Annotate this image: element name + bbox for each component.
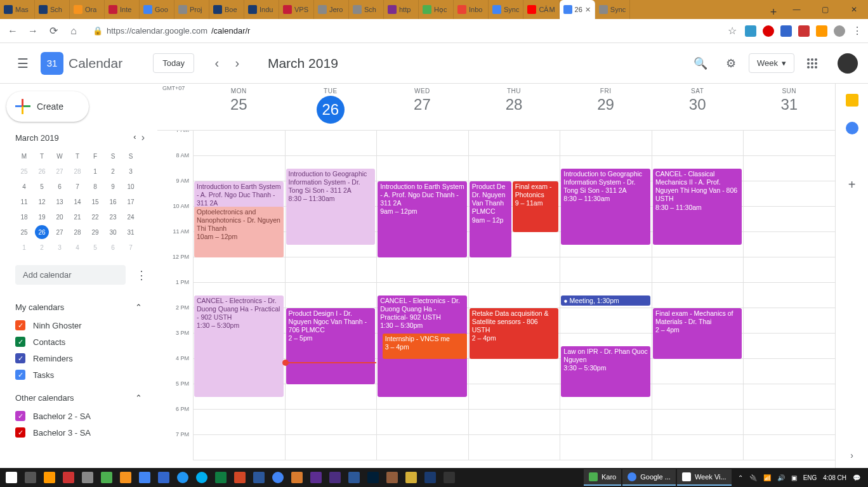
tb-icon[interactable] xyxy=(288,470,306,485)
keep-icon[interactable] xyxy=(846,94,858,107)
clock[interactable]: 4:08 CH xyxy=(823,474,846,481)
today-button[interactable]: Today xyxy=(153,53,194,73)
star-icon[interactable]: ☆ xyxy=(725,23,740,39)
tasks-icon[interactable] xyxy=(846,122,858,134)
create-button[interactable]: Create xyxy=(6,91,89,122)
settings-icon[interactable]: ⚙ xyxy=(718,51,744,76)
calendar-item[interactable]: ✓Reminders xyxy=(15,350,142,367)
avatar[interactable] xyxy=(838,53,858,74)
tb-icon[interactable] xyxy=(345,470,363,485)
reload-button[interactable]: ⟳ xyxy=(46,23,61,39)
calendar-event[interactable]: CANCEL - Classical Mechanics II - A. Pro… xyxy=(653,169,742,245)
calendar-event[interactable]: Optoelectronics and Nanophotonics - Dr. … xyxy=(194,207,284,257)
tb-icon[interactable] xyxy=(383,470,401,485)
tb-icon[interactable] xyxy=(193,470,211,485)
calendar-event[interactable]: Introduction to Geographic Information S… xyxy=(561,169,650,245)
wifi-icon[interactable]: 📶 xyxy=(763,474,771,481)
apps-icon[interactable] xyxy=(799,51,825,76)
browser-tab[interactable]: Jero xyxy=(314,0,349,19)
browser-tab[interactable]: Proj xyxy=(174,0,209,19)
taskbar-app[interactable]: Google ... xyxy=(622,469,676,486)
tray-icon[interactable]: ▣ xyxy=(791,474,797,481)
calendar-item[interactable]: ✓Bachelor 2 - SA xyxy=(15,408,142,424)
back-button[interactable]: ← xyxy=(5,23,20,39)
system-tray[interactable]: ⌃ 🔌 📶 🔊 ▣ ENG 4:08 CH 💬 xyxy=(733,474,865,481)
day-header[interactable]: SAT30 xyxy=(652,84,744,130)
ext-icon[interactable] xyxy=(745,25,756,37)
close-button[interactable]: ✕ xyxy=(839,0,868,19)
profile-icon[interactable] xyxy=(834,25,845,37)
add-addon-icon[interactable]: + xyxy=(848,178,856,192)
language-indicator[interactable]: ENG xyxy=(803,474,817,481)
day-header[interactable]: THU28 xyxy=(468,84,560,130)
tb-icon[interactable] xyxy=(269,470,287,485)
expand-rail-icon[interactable]: › xyxy=(850,450,853,460)
forward-button[interactable]: → xyxy=(25,23,41,39)
day-column[interactable]: CANCEL - Classical Mechanics II - A. Pro… xyxy=(652,131,744,460)
calendar-event[interactable]: Final exam - Mechanics of Materials - Dr… xyxy=(653,308,742,359)
day-header[interactable]: FRI29 xyxy=(560,84,652,130)
calendar-event[interactable]: Introduction to Earth System - A. Prof. … xyxy=(378,181,467,257)
browser-tab[interactable]: Goo xyxy=(140,0,174,19)
hamburger-menu[interactable]: ☰ xyxy=(10,51,36,76)
day-column[interactable]: Introduction to Geographic Information S… xyxy=(285,131,377,460)
day-column[interactable]: Introduction to Earth System - A. Prof. … xyxy=(376,131,468,460)
day-column[interactable] xyxy=(743,131,835,460)
tb-icon[interactable] xyxy=(231,470,249,485)
browser-tab[interactable]: 26✕ xyxy=(560,0,595,19)
tb-icon[interactable] xyxy=(79,470,96,485)
prev-week-button[interactable]: ‹ xyxy=(207,53,227,74)
day-column[interactable]: Introduction to Earth System - A. Prof. … xyxy=(193,131,285,460)
minical-prev[interactable]: ‹ xyxy=(133,132,136,143)
power-icon[interactable]: 🔌 xyxy=(749,474,757,481)
minical-grid[interactable]: MTWTFSS252627281234567891011121314151617… xyxy=(15,148,145,255)
start-button[interactable] xyxy=(3,470,20,485)
notifications-icon[interactable]: 💬 xyxy=(853,474,860,481)
browser-tab[interactable]: Sync xyxy=(489,0,523,19)
calendar-event[interactable]: CANCEL - Electronics - Dr. Duong Quang H… xyxy=(194,295,284,397)
browser-tab[interactable]: Ora xyxy=(70,0,105,19)
browser-tab[interactable]: Boe xyxy=(209,0,244,19)
calendar-event[interactable]: Product De Dr. Nguyen Van Thanh PLMCC9am… xyxy=(470,181,511,257)
tb-icon[interactable] xyxy=(307,470,325,485)
day-header[interactable]: SUN31 xyxy=(743,84,835,130)
tb-icon[interactable] xyxy=(402,470,420,485)
day-column[interactable]: Product De Dr. Nguyen Van Thanh PLMCC9am… xyxy=(468,131,560,460)
taskview-icon[interactable] xyxy=(22,470,39,485)
tb-icon[interactable] xyxy=(440,470,458,485)
calendar-event[interactable]: Product Design I - Dr. Nguyen Ngoc Van T… xyxy=(286,308,376,384)
calendar-item[interactable]: ✓Bachelor 3 - SA xyxy=(15,424,142,441)
grid-scroll[interactable]: 7 AM8 AM9 AM10 AM11 AM12 PM1 PM2 PM3 PM4… xyxy=(157,131,835,468)
browser-tab[interactable]: Mas xyxy=(0,0,35,19)
tb-icon[interactable] xyxy=(212,470,230,485)
browser-tab[interactable]: Indu xyxy=(244,0,279,19)
tb-icon[interactable] xyxy=(41,470,58,485)
tb-icon[interactable] xyxy=(326,470,344,485)
other-calendars-header[interactable]: Other calendars⌃ xyxy=(15,388,142,408)
calendar-event[interactable]: Internship - VNCS me3 – 4pm xyxy=(383,334,467,359)
tb-icon[interactable] xyxy=(117,470,135,485)
url-field[interactable]: 🔒 https://calendar.google.com/calendar/r xyxy=(86,22,720,40)
browser-tab[interactable]: http xyxy=(384,0,419,19)
browser-tab[interactable]: VPS xyxy=(279,0,314,19)
volume-icon[interactable]: 🔊 xyxy=(777,474,785,481)
tray-chevron-icon[interactable]: ⌃ xyxy=(738,474,743,481)
tb-icon[interactable] xyxy=(60,470,77,485)
calendar-item[interactable]: ✓Tasks xyxy=(15,367,142,383)
view-selector[interactable]: Week ▾ xyxy=(749,53,794,73)
tb-icon[interactable] xyxy=(364,470,382,485)
more-icon[interactable]: ⋮ xyxy=(131,268,152,282)
calendar-item[interactable]: ✓Contacts xyxy=(15,334,142,350)
browser-tab[interactable]: Inbo xyxy=(454,0,489,19)
minimize-button[interactable]: — xyxy=(782,0,811,19)
tb-icon[interactable] xyxy=(250,470,268,485)
ext-icon[interactable] xyxy=(798,25,810,37)
taskbar-app[interactable]: Week Vi... xyxy=(677,469,732,486)
search-icon[interactable]: 🔍 xyxy=(688,51,713,76)
calendar-event[interactable]: Law on IPR - Dr. Phan Quoc Nguyen3:30 – … xyxy=(561,346,650,397)
tb-icon[interactable] xyxy=(174,470,192,485)
day-header[interactable]: TUE26 xyxy=(285,84,377,130)
browser-tab[interactable]: Sch xyxy=(349,0,384,19)
tb-icon[interactable] xyxy=(421,470,439,485)
calendar-event[interactable]: Retake Data acquisition & Satellite sens… xyxy=(470,308,559,359)
